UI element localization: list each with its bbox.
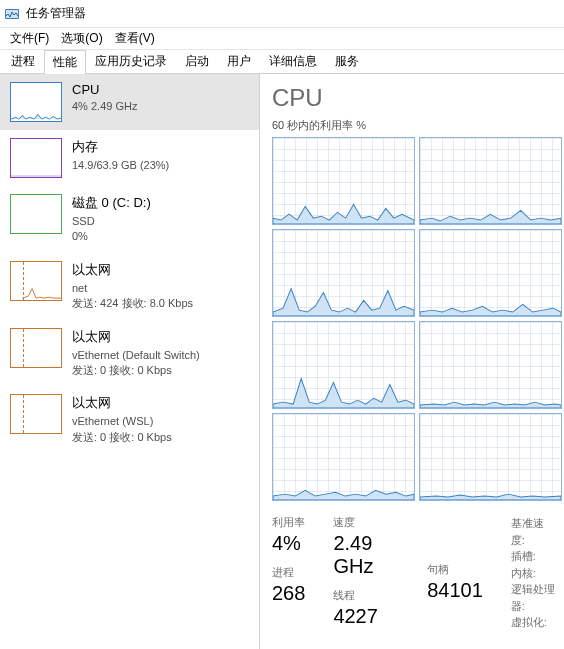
sidebar-item-ethernet-net[interactable]: 以太网 net 发送: 424 接收: 8.0 Kbps <box>0 253 259 320</box>
sidebar-item-sub: 4% 2.49 GHz <box>72 99 249 114</box>
stat-label: 虚拟化: <box>511 614 556 631</box>
stat-label: 插槽: <box>511 548 556 565</box>
sidebar-item-label: 以太网 <box>72 261 249 279</box>
stats-row: 利用率 4% 进程 268 速度 2.49 GHz 线程 4227 句柄 841… <box>272 515 564 631</box>
detail-panel: CPU 60 秒内的利用率 % 利用率 4% 进程 268 速度 2.49 GH… <box>260 74 564 649</box>
chart-caption: 60 秒内的利用率 % <box>272 118 564 133</box>
sidebar-item-cpu[interactable]: CPU 4% 2.49 GHz <box>0 74 259 130</box>
sidebar-item-label: 磁盘 0 (C: D:) <box>72 194 249 212</box>
content-area: CPU 4% 2.49 GHz 内存 14.9/63.9 GB (23%) 磁盘… <box>0 74 564 649</box>
stat-label: 进程 <box>272 565 305 580</box>
sidebar: CPU 4% 2.49 GHz 内存 14.9/63.9 GB (23%) 磁盘… <box>0 74 260 649</box>
ethernet-thumb-icon <box>10 328 62 368</box>
stat-label: 内核: <box>511 565 556 582</box>
sidebar-item-sub2: 发送: 0 接收: 0 Kbps <box>72 363 249 378</box>
sidebar-item-memory[interactable]: 内存 14.9/63.9 GB (23%) <box>0 130 259 186</box>
sidebar-item-sub: 14.9/63.9 GB (23%) <box>72 158 249 173</box>
window-title: 任务管理器 <box>26 5 86 22</box>
ethernet-thumb-icon <box>10 261 62 301</box>
stat-value-speed: 2.49 GHz <box>333 532 399 578</box>
svg-marker-3 <box>273 204 414 224</box>
menu-file[interactable]: 文件(F) <box>4 28 55 49</box>
sidebar-item-label: 以太网 <box>72 394 249 412</box>
stat-label: 速度 <box>333 515 399 530</box>
sidebar-item-label: CPU <box>72 82 249 97</box>
stat-label: 线程 <box>333 588 399 603</box>
sidebar-item-disk[interactable]: 磁盘 0 (C: D:) SSD 0% <box>0 186 259 253</box>
tab-performance[interactable]: 性能 <box>44 50 86 74</box>
svg-marker-5 <box>273 289 414 316</box>
sidebar-item-sub2: 0% <box>72 229 249 244</box>
stat-label: 逻辑处理器: <box>511 581 556 614</box>
memory-thumb-icon <box>10 138 62 178</box>
cpu-core-chart <box>419 137 562 225</box>
cpu-core-chart <box>272 229 415 317</box>
sidebar-item-label: 内存 <box>72 138 249 156</box>
menubar: 文件(F) 选项(O) 查看(V) <box>0 28 564 50</box>
tab-processes[interactable]: 进程 <box>2 49 44 73</box>
sidebar-item-sub: vEthernet (Default Switch) <box>72 348 249 363</box>
tabbar: 进程 性能 应用历史记录 启动 用户 详细信息 服务 <box>0 50 564 74</box>
sidebar-item-ethernet-wsl[interactable]: 以太网 vEthernet (WSL) 发送: 0 接收: 0 Kbps <box>0 386 259 453</box>
stat-label: 利用率 <box>272 515 305 530</box>
stat-value-processes: 268 <box>272 582 305 605</box>
titlebar: 任务管理器 <box>0 0 564 28</box>
svg-marker-9 <box>273 490 414 500</box>
svg-marker-8 <box>420 402 561 408</box>
svg-marker-7 <box>273 379 414 408</box>
tab-startup[interactable]: 启动 <box>176 49 218 73</box>
sidebar-item-label: 以太网 <box>72 328 249 346</box>
svg-rect-2 <box>11 175 61 177</box>
disk-thumb-icon <box>10 194 62 234</box>
cpu-core-chart <box>272 321 415 409</box>
cpu-chart-grid <box>272 137 564 501</box>
cpu-core-chart <box>419 413 562 501</box>
sidebar-item-sub: vEthernet (WSL) <box>72 414 249 429</box>
sidebar-item-ethernet-default[interactable]: 以太网 vEthernet (Default Switch) 发送: 0 接收:… <box>0 320 259 387</box>
stat-value-utilization: 4% <box>272 532 305 555</box>
cpu-core-chart <box>419 321 562 409</box>
sidebar-item-sub: net <box>72 281 249 296</box>
tab-details[interactable]: 详细信息 <box>260 49 326 73</box>
menu-view[interactable]: 查看(V) <box>109 28 161 49</box>
stat-label: 基准速度: <box>511 515 556 548</box>
sidebar-item-sub: SSD <box>72 214 249 229</box>
app-icon <box>4 6 20 22</box>
cpu-thumb-icon <box>10 82 62 122</box>
svg-marker-4 <box>420 210 561 224</box>
tab-services[interactable]: 服务 <box>326 49 368 73</box>
cpu-core-chart <box>272 137 415 225</box>
cpu-core-chart <box>419 229 562 317</box>
sidebar-item-sub2: 发送: 0 接收: 0 Kbps <box>72 430 249 445</box>
tab-users[interactable]: 用户 <box>218 49 260 73</box>
stat-value-handles: 84101 <box>427 579 483 602</box>
cpu-core-chart <box>272 413 415 501</box>
stat-label: 句柄 <box>427 562 483 577</box>
stat-value <box>427 529 483 552</box>
ethernet-thumb-icon <box>10 394 62 434</box>
stat-value-threads: 4227 <box>333 605 399 628</box>
tab-apphistory[interactable]: 应用历史记录 <box>86 49 176 73</box>
menu-options[interactable]: 选项(O) <box>55 28 108 49</box>
stat-label <box>427 515 483 527</box>
svg-marker-6 <box>420 304 561 316</box>
svg-marker-10 <box>420 494 561 500</box>
sidebar-item-sub2: 发送: 424 接收: 8.0 Kbps <box>72 296 249 311</box>
page-title: CPU <box>272 84 564 112</box>
